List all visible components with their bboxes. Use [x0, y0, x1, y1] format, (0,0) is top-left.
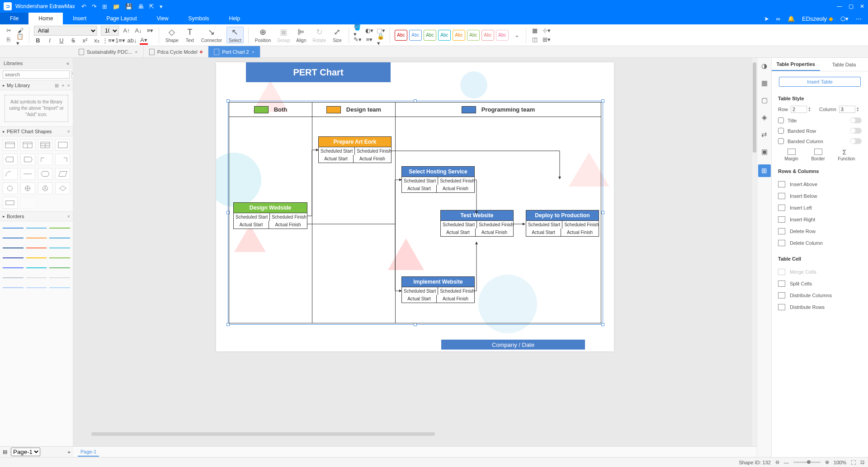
- font-color-icon[interactable]: A▾: [140, 37, 148, 45]
- strikethrough-icon[interactable]: S̶: [69, 37, 77, 45]
- line-icon[interactable]: ✎▾: [354, 36, 362, 44]
- bold-icon[interactable]: B: [34, 37, 42, 45]
- user-menu[interactable]: EDszeoly ◆: [802, 15, 833, 22]
- tool-align[interactable]: ⊫Align: [294, 27, 308, 43]
- save-icon[interactable]: 💾: [125, 3, 132, 10]
- style-cyan[interactable]: Abc: [438, 30, 451, 41]
- subscript-icon[interactable]: x₂: [93, 37, 101, 45]
- tool-group[interactable]: ▣Group: [275, 27, 292, 43]
- menu-bar: File Home Insert Page Layout View Symbol…: [0, 13, 868, 24]
- window-controls: — ▢ ✕: [837, 3, 864, 9]
- redo-icon[interactable]: ↷: [92, 3, 97, 10]
- bell-icon[interactable]: 🔔: [788, 15, 795, 22]
- close-icon[interactable]: ×: [135, 49, 137, 55]
- font-size-select[interactable]: 10: [101, 26, 119, 36]
- cut-icon[interactable]: ✂: [5, 27, 13, 35]
- menu-file[interactable]: File: [0, 13, 28, 24]
- menu-symbols[interactable]: Symbols: [179, 13, 219, 24]
- copy-icon[interactable]: ⎘: [5, 36, 13, 44]
- style-green[interactable]: Abc: [424, 30, 436, 41]
- snap-icon[interactable]: ⊹▾: [542, 27, 551, 35]
- layers-icon[interactable]: ▦: [531, 27, 539, 35]
- tool-text[interactable]: TText: [183, 27, 197, 43]
- increase-font-icon[interactable]: A↑: [123, 27, 131, 35]
- style-blue[interactable]: Abc: [409, 30, 422, 41]
- text-direction-icon[interactable]: ab↓: [128, 37, 136, 45]
- menu-insert[interactable]: Insert: [63, 13, 96, 24]
- premium-icon: ◆: [829, 15, 833, 22]
- doc-icon: [214, 49, 219, 55]
- maximize-icon[interactable]: ▢: [849, 3, 854, 9]
- tool-select[interactable]: ↖Select: [226, 27, 244, 43]
- app-logo-icon: ⊃: [4, 2, 12, 10]
- tool-size[interactable]: ⤢Size: [330, 27, 344, 43]
- tool-rotate[interactable]: ↻Rotate: [311, 27, 327, 43]
- open-icon[interactable]: 📁: [113, 3, 120, 10]
- undo-icon[interactable]: ↶: [81, 3, 86, 10]
- new-icon[interactable]: ⊞: [102, 3, 107, 10]
- lock-icon[interactable]: 🔒▾: [377, 36, 385, 44]
- paste-icon[interactable]: 📋▾: [16, 36, 24, 44]
- style-rose[interactable]: Abc: [496, 30, 509, 41]
- send-icon[interactable]: ➤: [764, 15, 769, 22]
- ruler-icon[interactable]: ◫: [531, 36, 539, 44]
- underline-icon[interactable]: U: [57, 37, 66, 45]
- settings-icon[interactable]: ⬡▾: [840, 15, 849, 22]
- grid-icon[interactable]: ⊞▾: [542, 36, 551, 44]
- quick-access-toolbar: ↶ ↷ ⊞ 📁 💾 🖶 ⇱ ▾: [81, 3, 163, 10]
- document-tabs: Sustainability PDC...× Pdca Cycle Model …: [0, 46, 868, 58]
- menu-help[interactable]: Help: [219, 13, 250, 24]
- minimize-icon[interactable]: —: [837, 3, 842, 9]
- style-lime[interactable]: Abc: [467, 30, 480, 41]
- style-pink[interactable]: Abc: [481, 30, 494, 41]
- superscript-icon[interactable]: x²: [81, 37, 89, 45]
- export-icon[interactable]: ⇱: [149, 3, 154, 10]
- align-icon[interactable]: ≡▾: [146, 27, 154, 35]
- close-icon[interactable]: ×: [252, 49, 255, 55]
- line-style-icon[interactable]: ≡▾: [365, 36, 373, 44]
- tab-pert[interactable]: Pert Chart 2×: [208, 46, 260, 57]
- style-more-icon[interactable]: ⌄: [513, 31, 521, 39]
- tool-shape[interactable]: ◇Shape: [164, 27, 180, 43]
- bullet-list-icon[interactable]: ⋮≡▾: [104, 37, 113, 45]
- tab-pdca[interactable]: Pdca Cycle Model: [144, 46, 209, 57]
- title-bar: ⊃ Wondershare EdrawMax ↶ ↷ ⊞ 📁 💾 🖶 ⇱ ▾ —…: [0, 0, 868, 13]
- doc-icon: [79, 49, 84, 55]
- close-icon[interactable]: ✕: [860, 3, 864, 9]
- italic-icon[interactable]: I: [46, 37, 54, 45]
- decrease-font-icon[interactable]: A↓: [134, 27, 142, 35]
- style-yellow[interactable]: Abc: [453, 30, 465, 41]
- tab-sustainability[interactable]: Sustainability PDC...×: [73, 46, 144, 57]
- share-icon[interactable]: ∞: [776, 15, 780, 22]
- style-red[interactable]: Abc: [395, 30, 407, 41]
- doc-icon: [149, 49, 155, 55]
- shadow-icon[interactable]: ◐▾: [365, 27, 373, 35]
- menu-page-layout[interactable]: Page Layout: [96, 13, 146, 24]
- tool-connector[interactable]: ↘Connector: [199, 27, 224, 43]
- ribbon: ✂🖌 ⎘📋▾ Arial 10 A↑ A↓ ≡▾ B I U S̶ x² x₂ …: [0, 24, 868, 46]
- print-icon[interactable]: 🖶: [138, 3, 144, 10]
- menu-home[interactable]: Home: [28, 13, 63, 24]
- dirty-indicator: [200, 51, 203, 53]
- fill-icon[interactable]: 🪣▾: [354, 27, 362, 35]
- number-list-icon[interactable]: 1≡▾: [116, 37, 124, 45]
- tool-position[interactable]: ⊕Position: [253, 27, 273, 43]
- menu-view[interactable]: View: [147, 13, 179, 24]
- more-icon[interactable]: ▾: [160, 3, 163, 10]
- help-icon[interactable]: ⋯: [856, 15, 862, 22]
- app-title: Wondershare EdrawMax: [15, 3, 75, 9]
- quick-styles: Abc Abc Abc Abc Abc Abc Abc Abc: [395, 30, 509, 41]
- font-name-select[interactable]: Arial: [34, 26, 97, 36]
